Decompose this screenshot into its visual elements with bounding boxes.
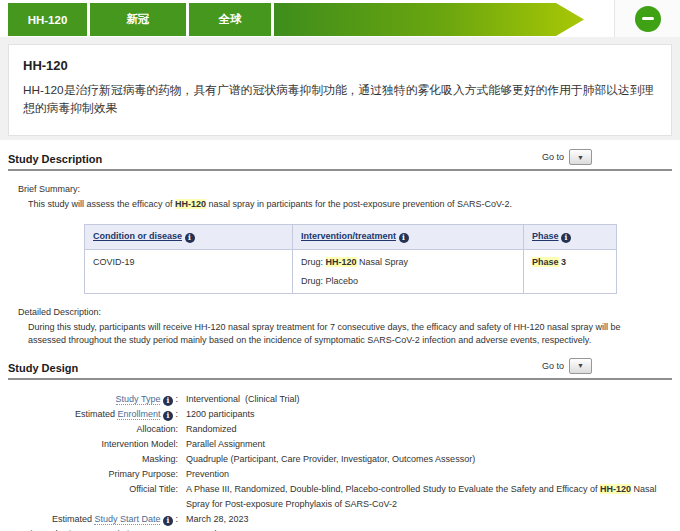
phase-cell: Phase 3: [524, 249, 617, 293]
info-icon[interactable]: i: [163, 516, 173, 526]
highlight-phase: Phase: [532, 257, 559, 267]
primary-purpose-label: Primary Purpose:: [8, 467, 178, 482]
goto-control: Go to ▼: [542, 149, 592, 165]
enrollment-link[interactable]: Enrollment: [117, 409, 160, 420]
masking-value: Quadruple (Participant, Care Provider, I…: [178, 452, 672, 467]
info-icon[interactable]: i: [399, 233, 409, 243]
study-design-rows: Study Type i : Interventional (Clinical …: [8, 392, 672, 531]
brief-summary-text: This study will assess the efficacy of H…: [28, 198, 660, 212]
design-row-masking: Masking: Quadruple (Participant, Care Pr…: [8, 452, 672, 467]
info-icon[interactable]: i: [185, 233, 195, 243]
detailed-description-text: During this study, participants will rec…: [28, 321, 660, 348]
design-row-enrollment: Estimated Enrollment i : 1200 participan…: [8, 407, 672, 422]
design-row-study-type: Study Type i : Interventional (Clinical …: [8, 392, 672, 407]
design-row-primary-completion: Estimated Primary Completion Date i : De…: [8, 527, 672, 531]
design-row-official-title: Official Title: A Phase III, Randomized,…: [8, 482, 672, 512]
official-title-value: A Phase III, Randomized, Double-blind, P…: [178, 482, 672, 512]
allocation-label: Allocation:: [8, 422, 178, 437]
minus-icon: [642, 17, 654, 20]
allocation-value: Randomized: [178, 422, 672, 437]
primary-purpose-value: Prevention: [178, 467, 672, 482]
intervention-model-value: Parallel Assignment: [178, 437, 672, 452]
drug-description: HH-120是治疗新冠病毒的药物，具有广谱的冠状病毒抑制功能，通过独特的雾化吸入…: [23, 82, 657, 118]
goto-label: Go to: [542, 152, 564, 162]
brief-summary-post: nasal spray in participants for the post…: [206, 199, 512, 209]
goto-label: Go to: [542, 361, 564, 371]
info-icon[interactable]: i: [561, 233, 571, 243]
masking-label: Masking:: [8, 452, 178, 467]
chevron-down-icon: ▼: [577, 154, 584, 161]
goto-control: Go to ▼: [542, 358, 592, 374]
study-start-date-link[interactable]: Study Start Date: [94, 514, 160, 525]
condition-intervention-table: Condition or disease i Intervention/trea…: [84, 224, 617, 294]
chevron-down-icon: ▼: [577, 362, 584, 369]
drug-prefix: Drug:: [301, 276, 326, 286]
collapse-button[interactable]: [635, 6, 661, 32]
intervention-model-label: Intervention Model:: [8, 437, 178, 452]
section-title-study-description: Study Description: [8, 153, 102, 165]
condition-cell: COVID-19: [85, 249, 293, 293]
highlight-hh120: HH-120: [600, 484, 631, 494]
intervention-line: Drug: Placebo: [301, 276, 515, 286]
intervention-line: Drug: HH-120 Nasal Spray: [301, 257, 515, 267]
detailed-description-label: Detailed Description:: [18, 307, 672, 317]
goto-dropdown-button[interactable]: ▼: [569, 358, 592, 374]
topbar-right-panel: [614, 0, 680, 37]
breadcrumb-segment-xinguan[interactable]: 新冠: [90, 3, 186, 36]
highlight-hh120: HH-120: [175, 199, 206, 209]
design-row-intervention-model: Intervention Model: Parallel Assignment: [8, 437, 672, 452]
section-title-study-design: Study Design: [8, 362, 78, 374]
brief-summary-label: Brief Summary:: [18, 184, 672, 194]
breadcrumb-segment-quanqiu[interactable]: 全球: [189, 3, 271, 36]
label-prefix: Estimated: [75, 409, 118, 419]
primary-completion-date-value: December 31, 2023: [178, 527, 672, 531]
table-header-row: Condition or disease i Intervention/trea…: [85, 224, 617, 249]
drug-name: Placebo: [326, 276, 359, 286]
main-content: Study Description Go to ▼ Brief Summary:…: [0, 149, 680, 531]
phase-header-link[interactable]: Phase: [532, 231, 559, 241]
breadcrumb-bar: HH-120 新冠 全球: [0, 0, 680, 37]
goto-dropdown-button[interactable]: ▼: [569, 149, 592, 165]
study-type-link[interactable]: Study Type: [116, 394, 161, 405]
progress-arrow: [274, 3, 584, 36]
official-title-label: Official Title:: [8, 482, 178, 512]
study-description-header: Study Description Go to ▼: [8, 149, 672, 171]
intervention-header-link[interactable]: Intervention/treatment: [301, 231, 396, 241]
drug-overview-card: HH-120 HH-120是治疗新冠病毒的药物，具有广谱的冠状病毒抑制功能，通过…: [8, 44, 672, 136]
table-row: COVID-19 Drug: HH-120 Nasal Spray Drug: …: [85, 249, 617, 293]
info-icon[interactable]: i: [163, 396, 173, 406]
header-condition: Condition or disease i: [85, 224, 293, 249]
highlight-hh120: HH-120: [326, 257, 357, 267]
phase-number: 3: [559, 257, 567, 267]
drug-prefix: Drug:: [301, 257, 326, 267]
design-row-start-date: Estimated Study Start Date i : March 28,…: [8, 512, 672, 527]
drug-name: Nasal Spray: [357, 257, 409, 267]
overview-band: HH-120 HH-120是治疗新冠病毒的药物，具有广谱的冠状病毒抑制功能，通过…: [0, 37, 680, 140]
intervention-cell: Drug: HH-120 Nasal Spray Drug: Placebo: [293, 249, 524, 293]
drug-title: HH-120: [23, 58, 657, 73]
breadcrumb-segment-hh120[interactable]: HH-120: [8, 3, 87, 36]
design-row-primary-purpose: Primary Purpose: Prevention: [8, 467, 672, 482]
header-intervention: Intervention/treatment i: [293, 224, 524, 249]
info-icon[interactable]: i: [163, 411, 173, 421]
header-phase: Phase i: [524, 224, 617, 249]
design-row-allocation: Allocation: Randomized: [8, 422, 672, 437]
study-type-value: Interventional (Clinical Trial): [178, 392, 672, 407]
study-start-date-value: March 28, 2023: [178, 512, 672, 527]
label-prefix: Estimated: [52, 514, 95, 524]
condition-header-link[interactable]: Condition or disease: [93, 231, 182, 241]
study-design-header: Study Design Go to ▼: [8, 358, 672, 380]
official-title-pre: A Phase III, Randomized, Double-blind, P…: [186, 484, 600, 494]
enrollment-value: 1200 participants: [178, 407, 672, 422]
brief-summary-pre: This study will assess the efficacy of: [28, 199, 175, 209]
